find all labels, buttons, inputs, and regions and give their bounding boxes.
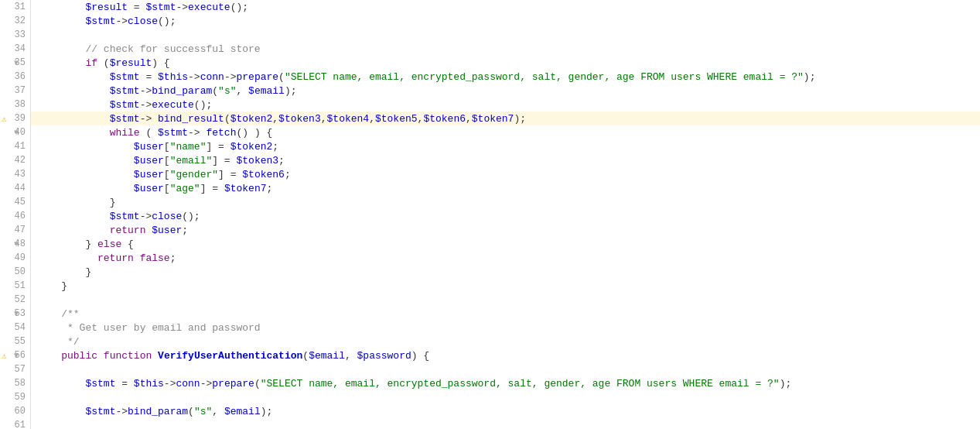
line-32: 32 [0,14,30,28]
code-line-42: $user["email"] = $token3; [31,153,980,167]
line-45: 45 [0,195,30,209]
code-line-48: } else { [31,237,980,251]
line-38: 38 [0,98,30,112]
line-41: 41 [0,139,30,153]
line-47: 47 [0,223,30,237]
fold-icon-40[interactable]: ▼ [14,129,19,137]
code-line-56: public function VerifyUserAuthentication… [31,348,980,362]
code-line-33 [31,28,980,42]
line-39: ⚠ 39 [0,112,30,125]
line-31: 31 [0,0,30,14]
line-48: ▼ 48 [0,237,30,251]
code-line-50: } [31,265,980,279]
code-line-31: $result = $stmt->execute(); [31,0,980,14]
code-line-43: $user["gender"] = $token6; [31,167,980,181]
line-56: ⚠ ▼ 56 [0,348,30,362]
code-line-32: $stmt->close(); [31,14,980,28]
code-line-51: } [31,279,980,293]
line-numbers: 31 32 33 34 ▼ 35 36 37 38 [0,0,31,429]
code-line-35: if ($result) { [31,56,980,70]
line-53: ▼ 53 [0,307,30,321]
code-line-59 [31,390,980,404]
code-editor: 31 32 33 34 ▼ 35 36 37 38 [0,0,980,429]
code-line-61 [31,418,980,429]
code-line-45: } [31,195,980,209]
code-line-52 [31,293,980,307]
code-line-36: $stmt = $this->conn->prepare("SELECT nam… [31,70,980,84]
line-52: 52 [0,293,30,307]
code-line-39: $stmt-> bind_result($token2,$token3,$tok… [31,112,980,125]
line-60: 60 [0,404,30,418]
code-line-60: $stmt->bind_param("s", $email); [31,404,980,418]
code-line-49: return false; [31,251,980,265]
line-46: 46 [0,209,30,223]
warning-icon-39: ⚠ [2,114,7,124]
code-line-37: $stmt->bind_param("s", $email); [31,84,980,98]
code-line-38: $stmt->execute(); [31,98,980,112]
warning-icon-56: ⚠ [2,351,7,361]
line-35: ▼ 35 [0,56,30,70]
line-37: 37 [0,84,30,98]
code-line-46: $stmt->close(); [31,209,980,223]
line-55: 55 [0,335,30,348]
code-line-57 [31,362,980,376]
fold-icon-56[interactable]: ▼ [14,352,19,360]
code-line-34: // check for successful store [31,42,980,56]
code-line-41: $user["name"] = $token2; [31,139,980,153]
code-line-40: while ( $stmt-> fetch() ) { [31,125,980,139]
code-content[interactable]: $result = $stmt->execute(); $stmt->close… [31,0,980,429]
line-51: 51 [0,279,30,293]
line-54: 54 [0,321,30,335]
line-33: 33 [0,28,30,42]
line-42: 42 [0,153,30,167]
line-58: 58 [0,376,30,390]
line-59: 59 [0,390,30,404]
line-40: ▼ 40 [0,125,30,139]
fold-icon-53[interactable]: ▼ [14,310,19,318]
code-line-54: * Get user by email and password [31,321,980,335]
fold-icon-35[interactable]: ▼ [14,59,19,67]
line-61: 61 [0,418,30,429]
line-50: 50 [0,265,30,279]
code-line-44: $user["age"] = $token7; [31,181,980,195]
line-43: 43 [0,167,30,181]
code-line-47: return $user; [31,223,980,237]
line-49: 49 [0,251,30,265]
fold-icon-48[interactable]: ▼ [14,240,19,249]
line-44: 44 [0,181,30,195]
code-line-55: */ [31,335,980,348]
code-lines: $result = $stmt->execute(); $stmt->close… [31,0,980,429]
code-line-58: $stmt = $this->conn->prepare("SELECT nam… [31,376,980,390]
line-57: 57 [0,362,30,376]
line-34: 34 [0,42,30,56]
code-line-53: /** [31,307,980,321]
line-36: 36 [0,70,30,84]
